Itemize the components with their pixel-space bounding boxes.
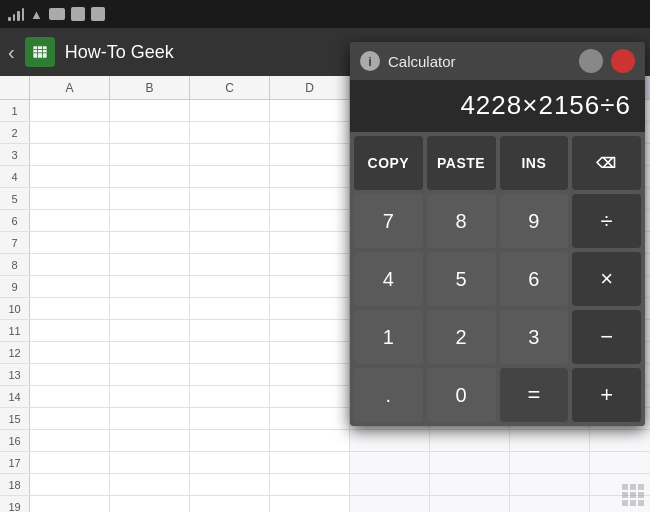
cell[interactable]	[190, 386, 270, 407]
cell[interactable]	[190, 232, 270, 253]
cell[interactable]	[110, 100, 190, 121]
back-button[interactable]: ‹	[8, 41, 15, 64]
cell[interactable]	[30, 408, 110, 429]
cell[interactable]	[190, 298, 270, 319]
btn-0[interactable]: 0	[427, 368, 496, 422]
cell[interactable]	[270, 100, 350, 121]
cell[interactable]	[30, 144, 110, 165]
cell[interactable]	[190, 166, 270, 187]
cell[interactable]	[270, 276, 350, 297]
cell[interactable]	[190, 452, 270, 473]
cell[interactable]	[510, 452, 590, 473]
cell[interactable]	[270, 122, 350, 143]
cell[interactable]	[30, 452, 110, 473]
cell[interactable]	[590, 452, 650, 473]
cell[interactable]	[110, 342, 190, 363]
btn-9[interactable]: 9	[500, 194, 569, 248]
cell[interactable]	[190, 408, 270, 429]
cell[interactable]	[110, 122, 190, 143]
cell[interactable]	[190, 474, 270, 495]
cell[interactable]	[350, 496, 430, 512]
cell[interactable]	[270, 386, 350, 407]
cell[interactable]	[350, 474, 430, 495]
copy-button[interactable]: COPY	[354, 136, 423, 190]
cell[interactable]	[270, 232, 350, 253]
btn-3[interactable]: 3	[500, 310, 569, 364]
cell[interactable]	[110, 408, 190, 429]
btn-4[interactable]: 4	[354, 252, 423, 306]
cell[interactable]	[270, 452, 350, 473]
cell[interactable]	[110, 254, 190, 275]
cell[interactable]	[30, 298, 110, 319]
cell[interactable]	[590, 430, 650, 451]
cell[interactable]	[30, 210, 110, 231]
cell[interactable]	[350, 452, 430, 473]
cell[interactable]	[190, 342, 270, 363]
cell[interactable]	[190, 122, 270, 143]
btn-7[interactable]: 7	[354, 194, 423, 248]
btn-8[interactable]: 8	[427, 194, 496, 248]
cell[interactable]	[30, 276, 110, 297]
table-row[interactable]: 19	[0, 496, 650, 512]
cell[interactable]	[190, 100, 270, 121]
btn-6[interactable]: 6	[500, 252, 569, 306]
btn-5[interactable]: 5	[427, 252, 496, 306]
cell[interactable]	[110, 452, 190, 473]
cell[interactable]	[510, 474, 590, 495]
cell[interactable]	[110, 430, 190, 451]
cell[interactable]	[110, 188, 190, 209]
cell[interactable]	[190, 320, 270, 341]
backspace-button[interactable]: ⌫	[572, 136, 641, 190]
cell[interactable]	[270, 342, 350, 363]
cell[interactable]	[110, 144, 190, 165]
cell[interactable]	[270, 254, 350, 275]
cell[interactable]	[30, 100, 110, 121]
table-row[interactable]: 17	[0, 452, 650, 474]
btn-2[interactable]: 2	[427, 310, 496, 364]
close-button[interactable]	[611, 49, 635, 73]
btn-equals[interactable]: =	[500, 368, 569, 422]
cell[interactable]	[110, 210, 190, 231]
cell[interactable]	[30, 364, 110, 385]
cell[interactable]	[30, 342, 110, 363]
btn-minus[interactable]: −	[572, 310, 641, 364]
cell[interactable]	[190, 210, 270, 231]
cell[interactable]	[190, 144, 270, 165]
cell[interactable]	[30, 166, 110, 187]
btn-plus[interactable]: +	[572, 368, 641, 422]
minimize-button[interactable]	[579, 49, 603, 73]
cell[interactable]	[510, 496, 590, 512]
cell[interactable]	[270, 430, 350, 451]
cell[interactable]	[270, 188, 350, 209]
cell[interactable]	[30, 430, 110, 451]
cell[interactable]	[190, 254, 270, 275]
cell[interactable]	[110, 496, 190, 512]
cell[interactable]	[30, 232, 110, 253]
cell[interactable]	[430, 452, 510, 473]
cell[interactable]	[30, 474, 110, 495]
cell[interactable]	[110, 166, 190, 187]
cell[interactable]	[190, 496, 270, 512]
paste-button[interactable]: PASTE	[427, 136, 496, 190]
table-row[interactable]: 16	[0, 430, 650, 452]
cell[interactable]	[270, 210, 350, 231]
cell[interactable]	[30, 188, 110, 209]
cell[interactable]	[110, 386, 190, 407]
cell[interactable]	[190, 276, 270, 297]
cell[interactable]	[270, 166, 350, 187]
cell[interactable]	[30, 496, 110, 512]
cell[interactable]	[270, 474, 350, 495]
cell[interactable]	[510, 430, 590, 451]
cell[interactable]	[350, 430, 430, 451]
cell[interactable]	[270, 320, 350, 341]
cell[interactable]	[430, 474, 510, 495]
cell[interactable]	[430, 496, 510, 512]
btn-divide[interactable]: ÷	[572, 194, 641, 248]
cell[interactable]	[110, 276, 190, 297]
cell[interactable]	[190, 188, 270, 209]
cell[interactable]	[30, 320, 110, 341]
cell[interactable]	[30, 254, 110, 275]
cell[interactable]	[270, 298, 350, 319]
cell[interactable]	[270, 408, 350, 429]
btn-1[interactable]: 1	[354, 310, 423, 364]
